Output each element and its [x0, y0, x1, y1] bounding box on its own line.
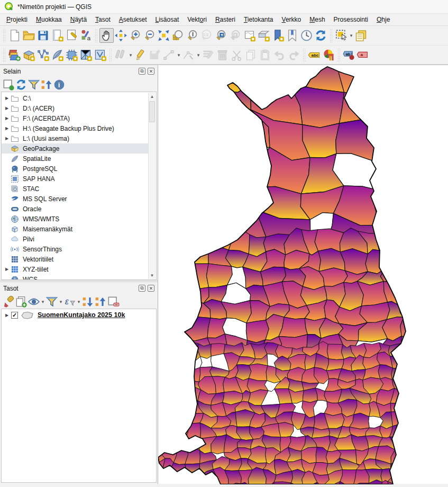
add-group-button[interactable]	[15, 295, 28, 308]
new-mesh-layer-button[interactable]	[79, 48, 93, 62]
browser-item-stac[interactable]: STAC	[2, 184, 148, 194]
vertex-tool-dropdown-icon[interactable]: ▾	[196, 52, 201, 58]
save-project-button[interactable]	[36, 28, 50, 43]
browser-item-vektoritiilet[interactable]: Vektoritiilet	[2, 254, 148, 264]
collapse-all-layers-button[interactable]	[94, 295, 107, 308]
new-shapefile-layer-button[interactable]	[36, 48, 50, 62]
expand-icon[interactable]: ▶	[4, 313, 10, 318]
scroll-down-icon[interactable]: ▼	[149, 272, 156, 279]
manage-map-themes-button[interactable]	[28, 295, 40, 308]
browser-close-button[interactable]: ✕	[148, 68, 154, 75]
data-source-manager-button[interactable]	[7, 48, 22, 62]
menu-vektori[interactable]: Vektori	[183, 14, 211, 25]
layers-close-button[interactable]: ✕	[148, 285, 154, 292]
pan-map-button[interactable]	[99, 28, 114, 43]
menu-tietokanta[interactable]: Tietokanta	[240, 14, 278, 25]
collapse-all-browser-button[interactable]	[40, 78, 53, 91]
new-map-view-button[interactable]	[242, 28, 257, 43]
browser-properties-button[interactable]: i	[53, 78, 66, 91]
zoom-last-button[interactable]	[214, 28, 228, 43]
expand-icon[interactable]: ▶	[4, 106, 10, 111]
new-temporary-scratch-layer-button[interactable]	[65, 48, 79, 62]
show-spatial-bookmarks-button[interactable]	[285, 28, 299, 43]
zoom-to-layer-button[interactable]	[185, 28, 199, 43]
browser-item-geopackage[interactable]: GeoPackage	[2, 143, 148, 154]
browser-item-maiseman-kym-t[interactable]: Maisemanäkymät	[2, 224, 148, 234]
browser-item-wms-wmts[interactable]: WMS/WMTS	[2, 214, 148, 224]
expand-icon[interactable]: ▶	[4, 126, 10, 131]
remove-layer-button[interactable]	[107, 295, 120, 308]
new-3d-map-view-button[interactable]	[257, 28, 271, 43]
menu-mesh[interactable]: Mesh	[305, 14, 329, 25]
browser-item-c[interactable]: ▶C:\	[2, 93, 148, 103]
filter-legend-button[interactable]	[45, 295, 58, 308]
map-canvas[interactable]	[158, 65, 448, 484]
menu-muokkaa[interactable]: Muokkaa	[32, 14, 66, 25]
filter-legend-dropdown-icon[interactable]: ▾	[58, 299, 63, 304]
new-virtual-layer-button[interactable]	[93, 48, 107, 62]
filter-by-expression-dropdown-icon[interactable]: ▾	[76, 299, 81, 304]
manage-map-themes-dropdown-icon[interactable]: ▾	[40, 299, 45, 304]
browser-scrollbar[interactable]: ▲ ▼	[148, 93, 156, 279]
scrollbar-thumb[interactable]	[149, 101, 155, 122]
menu-prosessointi[interactable]: Prosessointi	[330, 14, 372, 25]
toggle-editing-button[interactable]	[133, 48, 148, 62]
expand-all-layers-button[interactable]	[81, 295, 94, 308]
zoom-full-extent-button[interactable]	[157, 28, 171, 43]
menu-asetukset[interactable]: Asetukset	[115, 14, 151, 25]
browser-item-f-acerdata[interactable]: ▶F:\ (ACERDATA)	[2, 113, 148, 123]
browser-item-pilvi[interactable]: Pilvi	[2, 234, 148, 244]
scroll-up-icon[interactable]: ▲	[149, 93, 156, 100]
temporal-controller-button[interactable]	[299, 28, 314, 43]
layer-labeling-button[interactable]: abc	[307, 48, 322, 62]
menu-ohje[interactable]: Ohje	[372, 14, 394, 25]
menu-lis-osat[interactable]: Lisäosat	[151, 14, 184, 25]
browser-item-d-acer[interactable]: ▶D:\ (ACER)	[2, 103, 148, 113]
filter-browser-button[interactable]	[28, 78, 40, 91]
open-layer-styling-button[interactable]	[2, 295, 15, 308]
browser-item-ms-sql-server[interactable]: MS SQL Server	[2, 194, 148, 204]
browser-item-h-seagate-backup-plus-drive[interactable]: ▶H:\ (Seagate Backup Plus Drive)	[2, 123, 148, 133]
layer-visibility-checkbox[interactable]: ✓	[11, 312, 18, 319]
add-selected-layers-button[interactable]	[2, 78, 15, 91]
expand-icon[interactable]: ▶	[4, 96, 10, 101]
layers-float-button[interactable]: ⧉	[139, 285, 145, 292]
browser-float-button[interactable]: ⧉	[139, 68, 145, 75]
browser-item-sensorthings[interactable]: SensorThings	[2, 244, 148, 254]
menu-n-yt-[interactable]: Näytä	[66, 14, 91, 25]
new-spatial-bookmark-button[interactable]	[271, 28, 285, 43]
select-features-dropdown-icon[interactable]: ▾	[349, 33, 354, 38]
browser-item-sap-hana[interactable]: SAP HANA	[2, 174, 148, 184]
filter-by-expression-button[interactable]: ε	[63, 295, 76, 308]
refresh-map-button[interactable]	[314, 28, 328, 43]
open-project-button[interactable]	[22, 28, 36, 43]
zoom-to-selection-button[interactable]	[171, 28, 185, 43]
menu-projekti[interactable]: Projekti	[2, 14, 32, 25]
digitize-tool-dropdown-icon[interactable]: ▾	[176, 52, 181, 58]
open-attribute-table-button[interactable]	[354, 28, 368, 43]
browser-item-oracle[interactable]: Oracle	[2, 204, 148, 214]
menu-tasot[interactable]: Tasot	[91, 14, 115, 25]
label-pin-button[interactable]: ab	[342, 48, 356, 62]
label-highlight-button[interactable]: a	[356, 48, 371, 62]
new-spatialite-layer-button[interactable]	[50, 48, 65, 62]
menu-verkko[interactable]: Verkko	[278, 14, 306, 25]
refresh-browser-button[interactable]	[15, 78, 28, 91]
browser-item-postgresql[interactable]: PostgreSQL	[2, 164, 148, 174]
expand-icon[interactable]: ▶	[4, 116, 10, 121]
new-geopackage-layer-button[interactable]	[22, 48, 36, 62]
current-edits-dropdown-icon[interactable]: ▾	[128, 52, 133, 58]
zoom-out-button[interactable]	[142, 28, 157, 43]
new-project-button[interactable]	[7, 28, 22, 43]
style-manager-button[interactable]: a	[79, 28, 93, 43]
browser-item-spatialite[interactable]: SpatiaLite	[2, 154, 148, 164]
zoom-in-button[interactable]	[128, 28, 142, 43]
layer-item[interactable]: ▶✓SuomenKuntajako 2025 10k	[2, 309, 156, 321]
menu-rasteri[interactable]: Rasteri	[211, 14, 240, 25]
expand-icon[interactable]: ▶	[4, 267, 10, 272]
pan-to-selection-button[interactable]	[114, 28, 128, 43]
browser-item-l-uusi-asema[interactable]: ▶L:\ (Uusi asema)	[2, 133, 148, 143]
map-finland-municipalities[interactable]	[158, 65, 447, 484]
select-features-button[interactable]	[334, 28, 349, 43]
layer-diagram-button[interactable]	[322, 48, 336, 62]
